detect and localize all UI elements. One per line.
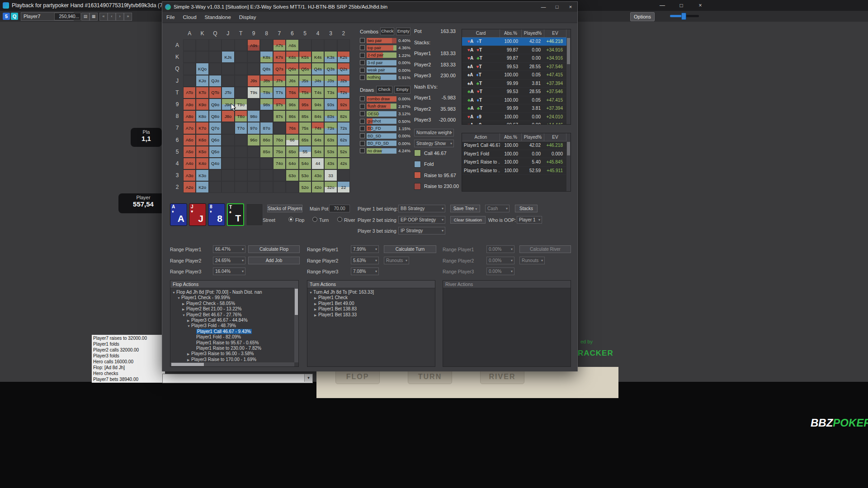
grid-cell-42s[interactable]: 42s: [337, 158, 350, 169]
grid-cell-J8s[interactable]: J8s: [260, 75, 273, 87]
checkbox[interactable]: [360, 104, 365, 109]
grid-cell-Q4s[interactable]: Q4s: [311, 63, 324, 75]
grid-cell-J5s[interactable]: J5s: [299, 75, 311, 87]
tree-node[interactable]: ▶Player3 Raise to 96.00 - 3.58%: [170, 351, 298, 357]
grid-cell-QTo[interactable]: QTo: [209, 87, 222, 99]
grid-cell-42o[interactable]: 42o: [311, 181, 324, 193]
range-percent-select[interactable]: 7.99%▾: [351, 245, 379, 253]
grid-cell-85o[interactable]: 85o: [260, 146, 273, 158]
action-row-player1-call-46-67[interactable]: Player1 Call 46.67100.0042.02+46.218: [462, 141, 571, 150]
layout-icon[interactable]: ▤: [81, 13, 90, 21]
grid-cell-T2s[interactable]: T2s: [337, 87, 350, 99]
grid-cell-54o[interactable]: 54o: [299, 158, 311, 169]
prev-action-icon[interactable]: ‹: [108, 13, 116, 21]
checkbox[interactable]: [360, 60, 365, 65]
range-percent-select[interactable]: 0.00%▾: [486, 257, 514, 264]
sizing-select-player3[interactable]: IP Strategy▾: [398, 227, 445, 235]
range-percent-select[interactable]: 0.00%▾: [486, 245, 514, 253]
tree-expanded-icon[interactable]: ▼: [309, 290, 313, 295]
grid-cell-QJo[interactable]: QJo: [209, 75, 222, 87]
grid-cell-86s[interactable]: 86s: [286, 110, 298, 122]
grid-cell-JTo[interactable]: JTo: [222, 87, 234, 99]
calculate-flop-button[interactable]: Calculate Flop: [248, 245, 300, 253]
stacks-of-players-button[interactable]: Stacks of Players: [267, 205, 302, 212]
grid-cell-K2o[interactable]: K2o: [196, 181, 208, 193]
range-percent-select[interactable]: 5.63%▾: [351, 257, 379, 264]
grid-cell-T7s[interactable]: T7s: [273, 87, 286, 99]
board-card-8[interactable]: 8♦8: [208, 203, 225, 226]
grid-cell-K3o[interactable]: K3o: [196, 169, 208, 181]
grid-cell-K9o[interactable]: K9o: [196, 99, 208, 110]
tree-node[interactable]: ▶Player2 Check - 58.05%: [170, 301, 298, 306]
tree-node[interactable]: ▼Turn Ad Jh 8d Ts [Pot: 163.33]: [307, 290, 435, 295]
grid-cell-92s[interactable]: 92s: [337, 99, 350, 110]
tree-expanded-icon[interactable]: ▼: [172, 290, 176, 295]
range-percent-select[interactable]: 16.04%▾: [213, 267, 245, 275]
grid-cell-53s[interactable]: 53s: [324, 146, 337, 158]
checkbox[interactable]: [360, 119, 365, 124]
combo-row[interactable]: ♠A♥T99.5328.55+37.546: [462, 63, 571, 71]
sizing-select-player1[interactable]: BB Strategy▾: [398, 205, 445, 212]
checkbox[interactable]: [360, 133, 365, 138]
street-radio-flop[interactable]: [288, 217, 293, 222]
calculate-river-button[interactable]: Calculate River: [519, 245, 571, 253]
grid-cell-A3o[interactable]: A3o: [183, 169, 196, 181]
grid-cell-K6s[interactable]: K6s: [286, 51, 298, 63]
menu-item-standalone[interactable]: Standalone: [201, 12, 235, 23]
tree-collapsed-icon[interactable]: ▶: [314, 307, 318, 312]
scrollbar-thumb[interactable]: [171, 363, 204, 366]
grid-cell-74o[interactable]: 74o: [273, 158, 286, 169]
grid-cell-K4o[interactable]: K4o: [196, 158, 208, 169]
tree-node[interactable]: ▼Flop Ad Jh 8d [Pot: 70.00] - Nash Dist.…: [170, 290, 298, 295]
cash-select[interactable]: Cash ▾: [485, 205, 509, 212]
grid-cell-73s[interactable]: 73s: [324, 122, 337, 134]
grid-cell-Q4o[interactable]: Q4o: [209, 158, 222, 169]
grid-cell-KJo[interactable]: KJo: [196, 75, 208, 87]
grid-cell-63s[interactable]: 63s: [324, 134, 337, 146]
tree-collapsed-icon[interactable]: ▶: [182, 301, 186, 306]
grid-cell-63o[interactable]: 63o: [286, 169, 298, 181]
grid-cell-T4s[interactable]: T4s: [311, 87, 324, 99]
range-percent-select[interactable]: 24.65%▾: [213, 257, 245, 264]
grid-cell-T8o[interactable]: T8o: [235, 110, 247, 122]
grid-cell-33[interactable]: 33: [324, 169, 337, 181]
checkbox[interactable]: [360, 45, 365, 50]
tree-node[interactable]: Player1 Raise to 230.00 - 7.82%: [170, 346, 298, 351]
combo-row[interactable]: ♥A♦9100.000.00+24.010: [462, 113, 571, 122]
grid-cell-A6s[interactable]: A6s: [286, 39, 298, 51]
grid-cell-72s[interactable]: 72s: [337, 122, 350, 134]
board-card-A[interactable]: A♦A: [170, 203, 187, 226]
grid-cell-T6s[interactable]: T6s: [286, 87, 298, 99]
grid-cell-A9s[interactable]: A9s: [247, 39, 260, 51]
grid-cell-97s[interactable]: 97s: [273, 99, 286, 110]
grid-cell-64s[interactable]: 64s: [311, 134, 324, 146]
grid-cell-Q7s[interactable]: Q7s: [273, 63, 286, 75]
table-scrollbar[interactable]: [566, 141, 571, 191]
grid-cell-K3s[interactable]: K3s: [324, 51, 337, 63]
grid-cell-87s[interactable]: 87s: [273, 110, 286, 122]
grid-cell-55[interactable]: 55: [299, 146, 311, 158]
grid-cell-64o[interactable]: 64o: [286, 158, 298, 169]
grid-cell-T8s[interactable]: T8s: [260, 87, 273, 99]
maximize-icon[interactable]: □: [550, 2, 564, 12]
grid-cell-K5s[interactable]: K5s: [299, 51, 311, 63]
tree-node[interactable]: ▶Player1 Bet 49.00: [307, 301, 435, 306]
combo-row[interactable]: ♠A♣T99.993.81+37.394: [462, 80, 571, 88]
checkbox[interactable]: [360, 38, 365, 43]
grid-cell-Q8s[interactable]: Q8s: [260, 63, 273, 75]
runouts-select[interactable]: Runouts▾: [384, 257, 409, 264]
scrollbar-thumb[interactable]: [567, 38, 570, 64]
grid-cell-J9s[interactable]: J9s: [247, 75, 260, 87]
combo-row[interactable]: ♥A♦T100.0042.02+46.218: [462, 38, 571, 46]
grid-cell-J3s[interactable]: J3s: [324, 75, 337, 87]
grid-cell-K7s[interactable]: K7s: [273, 51, 286, 63]
grid-cell-52o[interactable]: 52o: [299, 181, 311, 193]
grid-cell-98o[interactable]: 98o: [247, 110, 260, 122]
scrollbar-thumb[interactable]: [295, 289, 298, 315]
grid-cell-95s[interactable]: 95s: [299, 99, 311, 110]
tree-node[interactable]: ▼Player1 Check - 99.99%: [170, 295, 298, 300]
grid-cell-KQo[interactable]: KQo: [196, 63, 208, 75]
grid-cell-94s[interactable]: 94s: [311, 99, 324, 110]
grid-cell-K8s[interactable]: K8s: [260, 51, 273, 63]
grid-cell-76o[interactable]: 76o: [273, 134, 286, 146]
